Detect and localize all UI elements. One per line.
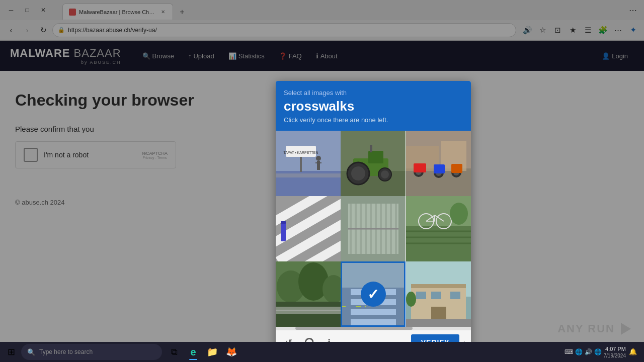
volume-icon[interactable]: 🔊 (585, 348, 592, 355)
captcha-sub-text: Select all images with (284, 89, 463, 97)
svg-point-89 (406, 292, 416, 307)
taskbar-edge[interactable]: e (184, 343, 202, 361)
site-content: MALWARE bazaar by ABUSE.CH 🔍 Browse ↑ Up… (0, 41, 644, 344)
svg-rect-8 (315, 162, 318, 163)
svg-rect-28 (434, 164, 445, 173)
svg-rect-25 (414, 163, 426, 172)
svg-rect-86 (431, 292, 441, 299)
captcha-modal: Select all images with crosswalks Click … (276, 81, 471, 354)
taskbar-task-view[interactable]: ⧉ (165, 343, 183, 361)
svg-rect-5 (276, 173, 341, 177)
svg-rect-38 (281, 221, 286, 224)
captcha-cell-9[interactable] (406, 261, 471, 327)
taskbar: ⊞ 🔍 Type here to search ⧉ e 📁 🦊 ⌨ 🌐 🔊 🌐 … (0, 342, 644, 362)
keyboard-icon[interactable]: ⌨ (565, 348, 573, 355)
svg-rect-18 (370, 145, 372, 152)
captcha-header: Select all images with crosswalks Click … (276, 81, 471, 131)
svg-point-6 (316, 156, 321, 161)
svg-rect-37 (281, 221, 286, 241)
taskbar-apps: ⧉ e 📁 🦊 (165, 343, 240, 361)
language-icon[interactable]: 🌐 (575, 348, 583, 355)
captcha-cell-1[interactable]: TAPAT • KARPETTEN (276, 131, 341, 196)
firefox-icon: 🦊 (226, 346, 237, 357)
taskbar-firefox[interactable]: 🦊 (222, 343, 240, 361)
svg-rect-87 (450, 292, 460, 299)
notification-button[interactable]: 🔔 (628, 347, 638, 357)
check-mark-icon: ✓ (367, 286, 379, 303)
svg-rect-83 (411, 284, 466, 288)
svg-point-63 (450, 203, 468, 225)
start-icon: ⊞ (8, 346, 15, 357)
start-button[interactable]: ⊞ (2, 343, 20, 361)
svg-rect-88 (406, 319, 471, 327)
captcha-cell-5[interactable] (341, 196, 406, 261)
captcha-cell-4[interactable] (276, 196, 341, 261)
taskbar-time: 4:07 PM (604, 345, 626, 352)
captcha-cell-2[interactable] (341, 131, 406, 196)
taskbar-system-tray: ⌨ 🌐 🔊 🌐 4:07 PM 7/19/2024 🔔 (560, 345, 642, 358)
check-circle: ✓ (361, 282, 386, 307)
svg-rect-4 (300, 157, 302, 172)
captcha-cell-6[interactable] (406, 196, 471, 261)
svg-text:TAPAT • KARPETTEN: TAPAT • KARPETTEN (283, 151, 318, 154)
svg-rect-31 (451, 164, 462, 173)
taskbar-date: 7/19/2024 (604, 353, 626, 358)
svg-point-17 (381, 170, 389, 178)
edge-icon: e (190, 346, 196, 358)
notification-icon: 🔔 (629, 348, 637, 355)
captcha-scrollbar[interactable] (276, 327, 471, 330)
explorer-icon: 📁 (207, 346, 218, 357)
taskbar-search[interactable]: 🔍 Type here to search (21, 344, 162, 360)
svg-rect-13 (368, 151, 383, 163)
svg-rect-85 (416, 292, 426, 299)
captcha-image-grid: TAPAT • KARPETTEN (276, 131, 471, 327)
taskbar-clock[interactable]: 4:07 PM 7/19/2024 (604, 345, 626, 358)
task-view-icon: ⧉ (171, 347, 178, 357)
taskbar-search-icon: 🔍 (27, 348, 35, 356)
captcha-scrollbar-thumb (295, 327, 413, 330)
svg-rect-9 (319, 162, 321, 163)
taskbar-search-placeholder: Type here to search (39, 348, 93, 355)
captcha-instruction: Click verify once there are none left. (284, 116, 463, 124)
svg-point-15 (351, 166, 365, 180)
svg-rect-7 (317, 161, 320, 170)
captcha-main-text: crosswalks (284, 99, 463, 114)
captcha-cell-3[interactable] (406, 131, 471, 196)
captcha-cell-8-selected-overlay: ✓ (341, 261, 406, 327)
captcha-cell-8[interactable]: ✓ (341, 261, 406, 327)
captcha-cell-7[interactable] (276, 261, 341, 327)
taskbar-explorer[interactable]: 📁 (203, 343, 221, 361)
network-icon[interactable]: 🌐 (594, 348, 602, 355)
